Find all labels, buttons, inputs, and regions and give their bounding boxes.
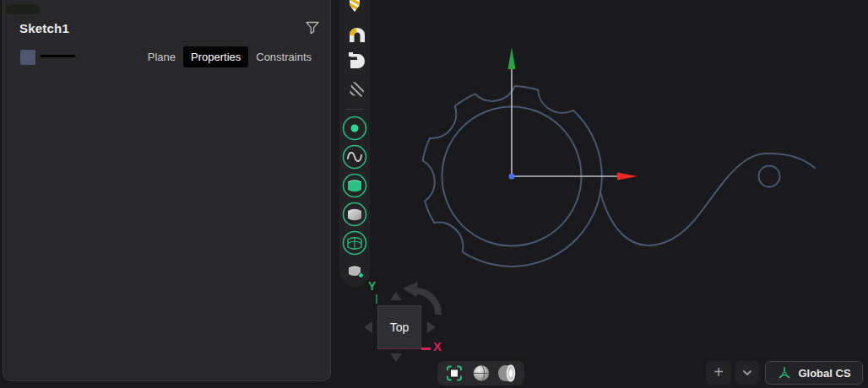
filter-icon[interactable] (305, 20, 320, 35)
hatch-icon[interactable] (339, 78, 370, 110)
y-axis-arrow (508, 47, 516, 69)
viewcube-top-face[interactable]: Top (377, 305, 421, 349)
sketch-toolbar (339, 0, 370, 287)
global-cs-label: Global CS (798, 367, 850, 380)
global-cs-button[interactable]: Global CS (765, 361, 863, 385)
mesh-surface-tool-icon[interactable] (344, 232, 366, 255)
tab-properties[interactable]: Properties (183, 46, 248, 67)
expand-button[interactable] (735, 361, 759, 385)
view-tools-pill (437, 361, 524, 385)
cylinder-view-icon[interactable] (498, 365, 515, 381)
panel-title: Sketch1 (19, 21, 69, 35)
coordinate-system-icon (777, 365, 792, 380)
viewcube-x-label: X (433, 339, 442, 353)
rotate-right-arrow[interactable] (427, 321, 436, 333)
line-style-preview (41, 55, 75, 57)
surface-filled-tool-icon[interactable] (344, 175, 366, 197)
drill-bit-icon[interactable] (346, 0, 363, 15)
rotate-up-arrow[interactable] (390, 292, 402, 300)
surface-point-tool-icon[interactable] (349, 267, 363, 278)
spline-tool-icon[interactable] (344, 146, 366, 169)
point-tool-icon[interactable] (344, 117, 366, 140)
tab-constraints[interactable]: Constraints (248, 46, 319, 67)
small-circle[interactable] (759, 166, 780, 187)
panel-tabs: Plane Properties Constraints (140, 46, 319, 67)
tab-plane[interactable]: Plane (140, 46, 183, 67)
panel-drag-handle[interactable] (6, 4, 41, 14)
viewcube-x-tick (421, 348, 431, 350)
add-button[interactable]: + (706, 361, 731, 385)
x-axis-arrow (617, 173, 637, 181)
spline-curve[interactable] (600, 154, 815, 245)
sweep-icon[interactable] (350, 27, 365, 42)
solid-body-icon[interactable] (349, 52, 365, 68)
surface-gray-tool-icon[interactable] (344, 203, 366, 226)
sketch-properties-panel: Sketch1 Plane Properties Constraints (3, 0, 331, 381)
sketch-axes (508, 47, 638, 181)
viewcube-y-tick (376, 294, 377, 304)
rotate-left-arrow[interactable] (364, 321, 372, 333)
origin-point[interactable] (509, 174, 515, 180)
color-swatch[interactable] (20, 50, 35, 65)
rotate-cw-arrowhead[interactable] (403, 282, 418, 297)
chevron-down-icon (741, 366, 754, 380)
rotate-down-arrow[interactable] (390, 353, 402, 362)
shaded-sphere-icon[interactable] (474, 365, 489, 380)
toolbar-divider (346, 109, 363, 110)
add-button-label: + (713, 363, 724, 382)
zoom-to-fit-icon[interactable] (448, 367, 461, 380)
